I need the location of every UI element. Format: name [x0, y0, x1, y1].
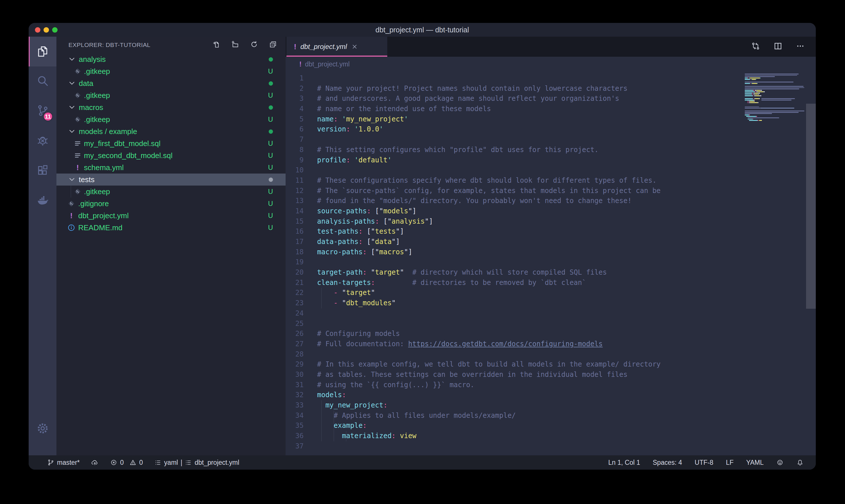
breadcrumb[interactable]: ! dbt_project.yml: [286, 57, 816, 72]
activity-run-and-debug[interactable]: [29, 126, 56, 156]
tree-item-gitkeep[interactable]: .gitkeepU: [56, 89, 286, 101]
code-lines: 12# Name your project! Project names sho…: [286, 73, 741, 451]
tree-item-gitkeep[interactable]: .gitkeepU: [56, 65, 286, 77]
cursor-position[interactable]: Ln 1, Col 1: [608, 459, 640, 467]
code-line-24[interactable]: 24: [286, 308, 741, 319]
new-file-icon[interactable]: [212, 40, 220, 50]
tree-item-gitkeep[interactable]: .gitkeepU: [56, 113, 286, 125]
tree-item-dbt-project-yml[interactable]: !dbt_project.ymlU: [56, 210, 286, 222]
tree-item-data[interactable]: data: [56, 77, 286, 89]
tree-item-my-first-dbt-model-sql[interactable]: my_first_dbt_model.sqlU: [56, 138, 286, 149]
activity-search[interactable]: [29, 67, 56, 96]
close-window-button[interactable]: [35, 27, 40, 33]
code-line-29[interactable]: 29# In this example config, we tell dbt …: [286, 359, 741, 370]
file-tree: analysis.gitkeepUdata.gitkeepUmacros.git…: [56, 53, 286, 455]
new-folder-icon[interactable]: [231, 40, 239, 50]
status-left: master* 0 0: [47, 459, 239, 467]
activity-explorer[interactable]: [29, 37, 56, 67]
minimap-line: [745, 83, 806, 84]
language-mode[interactable]: YAML: [746, 459, 763, 467]
activity-docker[interactable]: [29, 185, 56, 215]
git-status: [269, 81, 286, 86]
code-line-11[interactable]: 11# These configurations specify where d…: [286, 176, 741, 186]
code-line-33[interactable]: 33 my_new_project:: [286, 400, 741, 411]
tree-item-schema-yml[interactable]: !schema.ymlU: [56, 162, 286, 174]
indentation-setting[interactable]: Spaces: 4: [653, 459, 682, 467]
eol-setting[interactable]: LF: [726, 459, 734, 467]
code-line-18[interactable]: 18macro-paths: ["macros"]: [286, 247, 741, 257]
tree-item-my-second-dbt-model-sql[interactable]: my_second_dbt_model.sqlU: [56, 149, 286, 162]
code-line-36[interactable]: 36 materialized: view: [286, 431, 741, 441]
code-line-23[interactable]: 23 - "dbt_modules": [286, 298, 741, 308]
feedback-button[interactable]: [776, 459, 784, 466]
tree-item-readme-md[interactable]: README.mdU: [56, 222, 286, 234]
code-line-28[interactable]: 28: [286, 349, 741, 360]
code-line-1[interactable]: 1: [286, 73, 741, 84]
tree-item-models-example[interactable]: models / example: [56, 125, 286, 138]
open-changes-icon[interactable]: [751, 41, 760, 52]
tree-item-analysis[interactable]: analysis: [56, 53, 286, 65]
code-line-27[interactable]: 27# Full documentation: https://docs.get…: [286, 339, 741, 349]
tree-item-macros[interactable]: macros: [56, 101, 286, 113]
code-line-8[interactable]: 8# This setting configures which "profil…: [286, 145, 741, 155]
chevron-down-icon: [68, 176, 76, 183]
code-line-32[interactable]: 32models:: [286, 390, 741, 400]
split-editor-icon[interactable]: [773, 41, 783, 52]
code-line-7[interactable]: 7: [286, 134, 741, 145]
tree-item-tests[interactable]: tests: [56, 174, 286, 185]
code-line-2[interactable]: 2# Name your project! Project names shou…: [286, 84, 741, 94]
minimap[interactable]: [745, 72, 806, 123]
code-line-14[interactable]: 14source-paths: ["models"]: [286, 206, 741, 216]
code-line-26[interactable]: 26# Configuring models: [286, 329, 741, 339]
code-line-37[interactable]: 37: [286, 441, 741, 452]
tree-item-gitignore[interactable]: .gitignoreU: [56, 198, 286, 210]
more-actions-icon[interactable]: [796, 41, 805, 52]
code-line-30[interactable]: 30# as tables. These settings can be ove…: [286, 370, 741, 380]
files-icon: [36, 44, 49, 59]
code-line-25[interactable]: 25: [286, 319, 741, 329]
code-line-21[interactable]: 21clean-targets: # directories to be rem…: [286, 278, 741, 288]
code-line-17[interactable]: 17data-paths: ["data"]: [286, 237, 741, 247]
notifications-button[interactable]: [796, 459, 804, 466]
vertical-scrollbar-thumb[interactable]: [806, 104, 816, 309]
git-file-icon: [74, 67, 82, 75]
code-line-13[interactable]: 13# found in the "models/" directory. Yo…: [286, 196, 741, 206]
zoom-window-button[interactable]: [52, 27, 58, 33]
code-line-22[interactable]: 22 - "target": [286, 288, 741, 298]
minimize-window-button[interactable]: [43, 27, 49, 33]
refresh-icon[interactable]: [250, 40, 258, 50]
encoding-setting[interactable]: UTF-8: [695, 459, 713, 467]
code-line-9[interactable]: 9profile: 'default': [286, 155, 741, 165]
outline-status[interactable]: yaml | dbt_project.yml: [155, 459, 239, 467]
line-text: # This setting configures which "profile…: [317, 145, 599, 155]
close-tab-icon[interactable]: [352, 43, 358, 50]
code-line-5[interactable]: 5name: 'my_new_project': [286, 114, 741, 125]
code-line-20[interactable]: 20target-path: "target" # directory whic…: [286, 268, 741, 278]
tab-dbt-project-yml[interactable]: ! dbt_project.yml: [286, 37, 387, 57]
titlebar[interactable]: dbt_project.yml — dbt-tutorial: [29, 23, 816, 37]
activity-settings[interactable]: [29, 414, 56, 444]
code-editor[interactable]: 12# Name your project! Project names sho…: [286, 72, 816, 455]
outline-filename: dbt_project.yml: [195, 459, 239, 467]
publish-changes-button[interactable]: [91, 459, 98, 466]
warning-count: 0: [139, 459, 143, 467]
code-line-12[interactable]: 12# The `source-paths` config, for examp…: [286, 186, 741, 196]
code-line-3[interactable]: 3# and underscores. A good package name …: [286, 94, 741, 104]
activity-source-control[interactable]: 11: [29, 96, 56, 126]
minimap-line: [745, 85, 806, 85]
tree-item-gitkeep[interactable]: .gitkeepU: [56, 185, 286, 198]
code-line-16[interactable]: 16test-paths: ["tests"]: [286, 227, 741, 237]
code-line-10[interactable]: 10: [286, 165, 741, 176]
git-branch-status[interactable]: master*: [47, 459, 79, 467]
collapse-folders-icon[interactable]: [269, 40, 277, 50]
activity-extensions[interactable]: [29, 156, 56, 185]
code-line-6[interactable]: 6version: '1.0.0': [286, 124, 741, 134]
code-line-19[interactable]: 19: [286, 257, 741, 268]
tree-item-label: models / example: [79, 127, 137, 136]
code-line-15[interactable]: 15analysis-paths: ["analysis"]: [286, 216, 741, 227]
code-line-31[interactable]: 31# using the `{{ config(...) }}` macro.: [286, 380, 741, 390]
code-line-35[interactable]: 35 example:: [286, 421, 741, 431]
code-line-34[interactable]: 34 # Applies to all files under models/e…: [286, 411, 741, 421]
code-line-4[interactable]: 4# name or the intended use of these mod…: [286, 104, 741, 114]
problems-status[interactable]: 0 0: [110, 459, 143, 467]
